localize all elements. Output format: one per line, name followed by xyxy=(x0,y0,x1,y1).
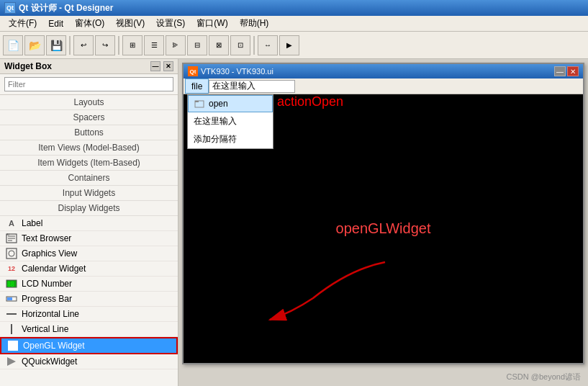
app-title: Qt 设计师 - Qt Designer xyxy=(19,2,113,14)
svg-text:AI: AI xyxy=(6,233,9,236)
widget-box-header: Widget Box — ✕ xyxy=(0,59,178,74)
svg-marker-15 xyxy=(7,357,16,366)
toolbar-sep-3 xyxy=(253,36,255,55)
category-display-widgets[interactable]: Display Widgets xyxy=(0,201,178,216)
widget-calendar-text: Calendar Widget xyxy=(22,264,86,274)
layout-form-button[interactable]: ⊠ xyxy=(209,35,229,55)
category-spacers[interactable]: Spacers xyxy=(0,110,178,125)
minimize-button[interactable]: — xyxy=(554,66,566,76)
new-button[interactable]: 📄 xyxy=(3,35,23,55)
widget-qquick[interactable]: QQuickWidget xyxy=(0,354,178,369)
widget-lcd-number[interactable]: 88 LCD Number xyxy=(0,277,178,292)
filter-bar xyxy=(0,74,178,95)
inner-title-bar: Qt VTK930 - VTK930.ui — ✕ xyxy=(184,64,583,78)
widget-box-title: Widget Box xyxy=(4,61,52,71)
widget-horizontal-line[interactable]: Horizontal Line xyxy=(0,307,178,322)
close-button[interactable]: ✕ xyxy=(567,66,579,76)
widget-label[interactable]: A Label xyxy=(0,216,178,231)
main-toolbar: 📄 📂 💾 ↩ ↪ ⊞ ☰ ⫸ ⊟ ⊠ ⊡ ↔ ▶ xyxy=(0,32,588,59)
widget-opengl[interactable]: GL OpenGL Widget xyxy=(0,337,178,354)
widget-box-header-icons: — ✕ xyxy=(150,61,173,71)
main-title-bar: Qt Qt 设计师 - Qt Designer xyxy=(0,0,588,16)
widget-qquick-text: QQuickWidget xyxy=(22,356,77,367)
undo-button[interactable]: ↩ xyxy=(73,35,94,55)
inner-title-icon: Qt xyxy=(188,66,198,76)
calendar-icon: 12 xyxy=(6,263,17,274)
filter-input[interactable] xyxy=(4,77,173,91)
widget-list: Layouts Spacers Buttons Item Views (Mode… xyxy=(0,95,178,386)
toolbar-sep-1 xyxy=(69,36,71,55)
widget-button[interactable]: ⊞ xyxy=(122,35,143,55)
category-input-widgets[interactable]: Input Widgets xyxy=(0,186,178,201)
inner-menu-file[interactable]: file xyxy=(185,78,209,94)
text-browser-icon: AI xyxy=(6,233,17,244)
svg-text:88: 88 xyxy=(7,282,14,288)
svg-text:GL: GL xyxy=(8,344,14,349)
inner-title-text: VTK930 - VTK930.ui xyxy=(201,67,273,76)
widget-vertical-line[interactable]: Vertical Line xyxy=(0,322,178,337)
vertical-line-icon xyxy=(6,323,17,335)
layout-break-button[interactable]: ⊡ xyxy=(230,35,250,55)
dropdown-menu: open 在这里输入 添加分隔符 xyxy=(187,94,273,149)
category-layouts[interactable]: Layouts xyxy=(0,95,178,110)
svg-rect-5 xyxy=(6,248,17,259)
layout-g-button[interactable]: ⊟ xyxy=(187,35,207,55)
menu-settings[interactable]: 设置(S) xyxy=(150,16,191,31)
open-button[interactable]: 📂 xyxy=(24,35,45,55)
widget-calendar[interactable]: 12 Calendar Widget xyxy=(0,261,178,277)
layout-h-button[interactable]: ☰ xyxy=(144,35,164,55)
main-menu-bar: 文件(F) Edit 窗体(O) 视图(V) 设置(S) 窗口(W) 帮助(H) xyxy=(0,16,588,32)
menu-file[interactable]: 文件(F) xyxy=(3,16,42,31)
svg-rect-17 xyxy=(195,101,199,102)
main-area: Widget Box — ✕ Layouts Spacers Buttons I… xyxy=(0,59,588,386)
menu-view[interactable]: 视图(V) xyxy=(110,16,150,31)
category-buttons[interactable]: Buttons xyxy=(0,125,178,140)
menu-help[interactable]: 帮助(H) xyxy=(234,16,275,31)
widget-text-browser-text: Text Browser xyxy=(22,233,71,243)
widget-graphics-view[interactable]: Graphics View xyxy=(0,246,178,261)
inner-window: Qt VTK930 - VTK930.ui — ✕ file open 在这里输… xyxy=(182,63,584,364)
category-containers[interactable]: Containers xyxy=(0,171,178,186)
widget-lcd-text: LCD Number xyxy=(22,279,72,289)
widget-box-pin-icon[interactable]: — xyxy=(150,61,160,71)
adjust-size-button[interactable]: ↔ xyxy=(258,35,278,55)
graphics-view-icon xyxy=(6,248,17,259)
widget-opengl-text: OpenGL Widget xyxy=(23,341,85,351)
content-area: Qt VTK930 - VTK930.ui — ✕ file open 在这里输… xyxy=(178,59,588,386)
widget-box-close-icon[interactable]: ✕ xyxy=(163,61,173,71)
save-button[interactable]: 💾 xyxy=(46,35,66,55)
action-label: actionOpen xyxy=(277,94,343,109)
dropdown-open[interactable]: open xyxy=(188,95,273,112)
widget-graphics-view-text: Graphics View xyxy=(22,248,77,259)
inner-title-controls: — ✕ xyxy=(554,66,579,76)
app-icon: Qt xyxy=(4,2,16,14)
widget-text-browser[interactable]: AI Text Browser xyxy=(0,231,178,246)
opengl-icon: GL xyxy=(7,340,19,351)
svg-point-6 xyxy=(9,251,14,256)
opengl-label: openGLWidget xyxy=(336,220,431,237)
dropdown-input[interactable]: 在这里输入 xyxy=(188,112,273,130)
widget-label-text: Label xyxy=(22,218,42,228)
lcd-icon: 88 xyxy=(6,278,17,290)
progress-bar-icon xyxy=(6,293,17,305)
menu-form[interactable]: 窗体(O) xyxy=(69,16,110,31)
menu-window[interactable]: 窗口(W) xyxy=(191,16,233,31)
toolbar-sep-2 xyxy=(118,36,119,55)
preview-button[interactable]: ▶ xyxy=(279,35,299,55)
watermark: CSDN @beyond谚语 xyxy=(507,372,581,382)
menu-edit[interactable]: Edit xyxy=(42,16,69,31)
layout-v-button[interactable]: ⫸ xyxy=(166,35,186,55)
dropdown-separator[interactable]: 添加分隔符 xyxy=(188,130,273,148)
category-item-widgets[interactable]: Item Widgets (Item-Based) xyxy=(0,156,178,171)
widget-horizontal-line-text: Horizontal Line xyxy=(22,309,79,319)
inner-menu-input[interactable] xyxy=(209,80,295,93)
svg-rect-10 xyxy=(7,297,12,300)
widget-box: Widget Box — ✕ Layouts Spacers Buttons I… xyxy=(0,59,178,386)
horizontal-line-icon xyxy=(6,308,17,320)
widget-progress-bar[interactable]: Progress Bar xyxy=(0,292,178,307)
category-item-views[interactable]: Item Views (Model-Based) xyxy=(0,140,178,156)
widget-vertical-line-text: Vertical Line xyxy=(22,324,68,334)
label-icon: A xyxy=(6,217,17,229)
redo-button[interactable]: ↪ xyxy=(95,35,115,55)
widget-progress-bar-text: Progress Bar xyxy=(22,294,72,304)
